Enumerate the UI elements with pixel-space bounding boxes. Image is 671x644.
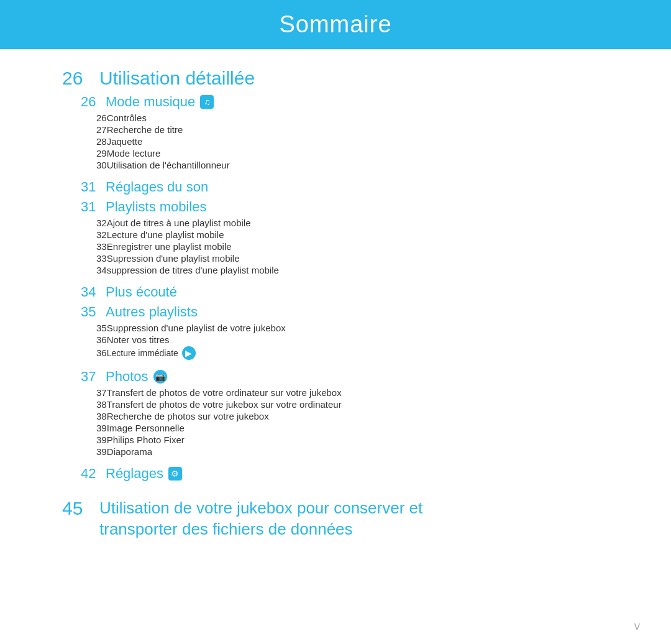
entry-text: suppression de titres d'une playlist mob…	[107, 265, 279, 275]
entry-number: 39	[62, 446, 107, 457]
entry-text: Suppression d'une playlist de votre juke…	[107, 323, 286, 333]
section-reglages-son: 31 Réglages du son	[62, 179, 609, 195]
entry-image-personnelle: 39 Image Personnelle	[62, 423, 609, 433]
entry-number: 36	[62, 347, 107, 358]
entry-number: 32	[62, 229, 107, 240]
entry-number: 34	[62, 265, 107, 275]
entry-jaquette: 28 Jaquette	[62, 136, 609, 147]
section-title-utilisation-detaillee: Utilisation détaillée	[99, 68, 255, 89]
entry-text: Diaporama	[107, 446, 152, 457]
entry-ajout-titres: 32 Ajout de titres à une playlist mobile	[62, 218, 609, 228]
entry-text: Transfert de photos de votre ordinateur …	[107, 387, 342, 398]
spacer	[62, 484, 609, 488]
entry-number: 33	[62, 253, 107, 264]
entry-noter-titres: 36 Noter vos titres	[62, 334, 609, 345]
entry-text: Supression d'une playlist mobile	[107, 253, 240, 264]
spacer	[62, 361, 609, 365]
section-number-35: 35	[62, 304, 106, 320]
entry-text: Philips Photo Fixer	[107, 435, 185, 445]
spacer	[62, 277, 609, 280]
page-indicator: V	[634, 622, 640, 632]
entry-recherche-photos: 38 Recherche de photos sur votre jukebox	[62, 411, 609, 421]
section-plus-ecoute: 34 Plus écouté	[62, 284, 609, 300]
entry-enregistrer-playlist: 33 Enregistrer une playlist mobile	[62, 241, 609, 252]
entry-text: Noter vos titres	[107, 334, 170, 345]
entry-controles: 26 Contrôles	[62, 113, 609, 123]
entry-text: Image Personnelle	[107, 423, 185, 433]
entry-number: 37	[62, 387, 107, 398]
entry-number: 38	[62, 399, 107, 410]
entry-text: Jaquette	[107, 136, 143, 147]
section-utilisation-jukebox: 45 Utilisation de votre jukebox pour con…	[62, 498, 609, 540]
entry-text: Utilisation de l'échantillonneur	[107, 160, 230, 170]
entry-number: 35	[62, 323, 107, 333]
section-playlists-mobiles: 31 Playlists mobiles	[62, 199, 609, 215]
entry-number: 26	[62, 113, 107, 123]
entry-transfert-jukebox-ordi: 38 Transfert de photos de votre jukebox …	[62, 399, 609, 410]
section-autres-playlists: 35 Autres playlists	[62, 304, 609, 320]
gear-icon: ⚙	[168, 467, 182, 481]
entry-number: 38	[62, 411, 107, 421]
entry-suppression-titres: 34 suppression de titres d'une playlist …	[62, 265, 609, 275]
section-number-26: 26	[62, 68, 99, 89]
entry-text: Lecture d'une playlist mobile	[107, 229, 224, 240]
entry-philips-photo-fixer: 39 Philips Photo Fixer	[62, 435, 609, 445]
entry-echantillonneur: 30 Utilisation de l'échantillonneur	[62, 160, 609, 170]
section-number-26-mode: 26	[62, 94, 106, 110]
entry-number: 28	[62, 136, 107, 147]
entry-text: Enregistrer une playlist mobile	[107, 241, 232, 252]
section-title-mode-musique: Mode musique ♫	[106, 94, 214, 110]
section-reglages: 42 Réglages ⚙	[62, 466, 609, 482]
section-photos: 37 Photos 📷	[62, 369, 609, 385]
entry-recherche-titre: 27 Recherche de titre	[62, 124, 609, 135]
entry-number: 30	[62, 160, 107, 170]
entry-text: Recherche de photos sur votre jukebox	[107, 411, 269, 421]
section-number-42: 42	[62, 466, 106, 482]
entry-text: Transfert de photos de votre jukebox sur…	[107, 399, 342, 410]
entry-lecture-playlist: 32 Lecture d'une playlist mobile	[62, 229, 609, 240]
section-utilisation-detaillee: 26 Utilisation détaillée	[62, 68, 609, 89]
section-title-reglages: Réglages ⚙	[106, 466, 182, 482]
section-number-34: 34	[62, 284, 106, 300]
page-title: Sommaire	[279, 11, 391, 37]
entry-text: Recherche de titre	[107, 124, 183, 135]
entry-number: 39	[62, 423, 107, 433]
entry-text: Lecture immédiate ▶	[107, 346, 196, 360]
entry-number: 27	[62, 124, 107, 135]
entry-number: 32	[62, 218, 107, 228]
section-title-autres-playlists: Autres playlists	[106, 304, 198, 320]
section-number-37: 37	[62, 369, 106, 385]
page-wrapper: Sommaire 26 Utilisation détaillée 26 Mod…	[0, 0, 671, 644]
spacer	[62, 458, 609, 462]
section-number-31-reglages: 31	[62, 179, 106, 195]
entry-transfert-ordi-jukebox: 37 Transfert de photos de votre ordinate…	[62, 387, 609, 398]
entry-lecture-immediate: 36 Lecture immédiate ▶	[62, 346, 609, 360]
entry-text: Contrôles	[107, 113, 147, 123]
spacer	[62, 172, 609, 175]
entry-suppression-jukebox: 35 Suppression d'une playlist de votre j…	[62, 323, 609, 333]
entry-text: Mode lecture	[107, 148, 161, 159]
entry-text: Ajout de titres à une playlist mobile	[107, 218, 251, 228]
section-title-playlists-mobiles: Playlists mobiles	[106, 199, 207, 215]
header-banner: Sommaire	[0, 0, 671, 49]
section-number-45: 45	[62, 498, 99, 519]
section-title-plus-ecoute: Plus écouté	[106, 284, 177, 300]
play-icon: ▶	[182, 346, 196, 360]
section-number-31-playlists: 31	[62, 199, 106, 215]
section-mode-musique: 26 Mode musique ♫	[62, 94, 609, 110]
section-title-photos: Photos 📷	[106, 369, 167, 385]
entry-number: 29	[62, 148, 107, 159]
entry-number: 39	[62, 435, 107, 445]
entry-number: 36	[62, 334, 107, 345]
music-icon: ♫	[200, 95, 214, 109]
content-area: 26 Utilisation détaillée 26 Mode musique…	[0, 68, 671, 570]
entry-number: 33	[62, 241, 107, 252]
entry-diaporama: 39 Diaporama	[62, 446, 609, 457]
entry-mode-lecture: 29 Mode lecture	[62, 148, 609, 159]
section-title-utilisation-jukebox: Utilisation de votre jukebox pour conser…	[99, 498, 422, 540]
entry-supression-playlist: 33 Supression d'une playlist mobile	[62, 253, 609, 264]
camera-icon: 📷	[153, 370, 167, 384]
section-title-reglages-son: Réglages du son	[106, 179, 208, 195]
